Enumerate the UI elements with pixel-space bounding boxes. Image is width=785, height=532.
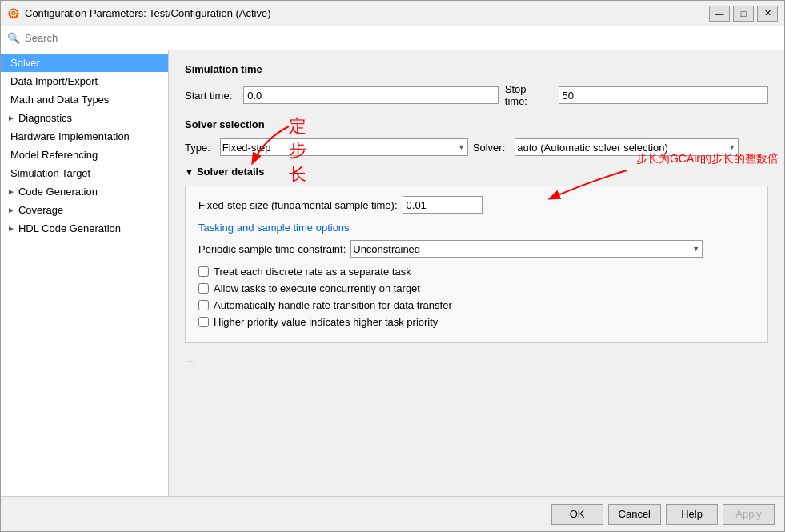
fixed-step-row: Fixed-step size (fundamental sample time… xyxy=(198,196,483,214)
tasking-title: Tasking and sample time options xyxy=(198,222,755,234)
periodic-select-wrapper: Unconstrained Specified xyxy=(350,240,703,258)
solver-select-wrapper: auto (Automatic solver selection) ode1 o… xyxy=(515,138,739,156)
solver-details-label: Solver details xyxy=(197,166,265,178)
start-time-label: Start time: xyxy=(185,90,232,102)
coverage-arrow-icon: ► xyxy=(7,206,15,214)
solver-details-section: ▼ Solver details Fixed-step size (fundam… xyxy=(185,166,768,343)
tasking-section: Tasking and sample time options Periodic… xyxy=(198,222,755,328)
sidebar-label-hdl-code: HDL Code Generation xyxy=(18,222,121,234)
title-bar: ⚙ Configuration Parameters: Test/Configu… xyxy=(1,1,784,26)
type-label: Type: xyxy=(185,142,210,154)
hdl-arrow-icon: ► xyxy=(7,224,15,233)
sidebar-label-sim-target: Simulation Target xyxy=(10,167,90,179)
sidebar: Solver Data Import/Export Math and Data … xyxy=(1,50,169,496)
main-content: Solver Data Import/Export Math and Data … xyxy=(1,50,784,496)
ellipsis-indicator: ... xyxy=(185,353,768,365)
content-panel: Simulation time Start time: Stop time: S… xyxy=(169,50,784,496)
checkbox-row-1: Treat each discrete rate as a separate t… xyxy=(198,266,755,278)
solver-details-block: Fixed-step size (fundamental sample time… xyxy=(185,186,768,343)
sidebar-item-code-gen[interactable]: ► Code Generation xyxy=(1,182,168,201)
type-select[interactable]: Fixed-step Variable-step xyxy=(220,138,468,156)
sidebar-label-data-import: Data Import/Export xyxy=(10,75,98,87)
solver-label: Solver: xyxy=(473,142,505,154)
sidebar-item-hdl-code[interactable]: ► HDL Code Generation xyxy=(1,219,168,238)
periodic-row: Periodic sample time constraint: Unconst… xyxy=(198,240,755,258)
stop-time-input[interactable] xyxy=(559,86,768,104)
bottom-bar: OK Cancel Help Apply xyxy=(1,496,784,531)
sidebar-label-math-data: Math and Data Types xyxy=(10,94,109,106)
type-solver-row: Type: Fixed-step Variable-step Solver: a… xyxy=(185,138,739,156)
ok-button[interactable]: OK xyxy=(551,504,603,525)
checkbox-concurrent[interactable] xyxy=(198,283,209,294)
checkbox-discrete-rate-label: Treat each discrete rate as a separate t… xyxy=(214,266,411,278)
minimize-button[interactable]: — xyxy=(709,6,730,22)
sidebar-item-solver[interactable]: Solver xyxy=(1,54,168,72)
sidebar-label-model-ref: Model Referencing xyxy=(10,149,98,161)
checkbox-priority-label: Higher priority value indicates higher t… xyxy=(214,316,438,328)
sidebar-item-coverage[interactable]: ► Coverage xyxy=(1,201,168,219)
checkbox-row-4: Higher priority value indicates higher t… xyxy=(198,316,755,328)
main-window: ⚙ Configuration Parameters: Test/Configu… xyxy=(0,0,785,532)
simulation-time-title: Simulation time xyxy=(185,63,768,75)
checkbox-row-2: Allow tasks to execute concurrently on t… xyxy=(198,282,755,294)
toggle-arrow-icon: ▼ xyxy=(185,167,194,177)
help-button[interactable]: Help xyxy=(666,504,718,525)
sidebar-label-coverage: Coverage xyxy=(18,204,63,216)
diagnostics-arrow-icon: ► xyxy=(7,114,15,122)
close-button[interactable]: ✕ xyxy=(757,6,778,22)
sidebar-label-hardware: Hardware Implementation xyxy=(10,130,130,142)
sidebar-label-solver: Solver xyxy=(10,57,40,69)
search-icon: 🔍 xyxy=(7,32,20,44)
sidebar-label-diagnostics: Diagnostics xyxy=(18,112,72,124)
search-bar: 🔍 xyxy=(1,26,784,50)
stop-time-label: Stop time: xyxy=(505,83,549,107)
window-controls: — □ ✕ xyxy=(709,6,778,22)
checkbox-concurrent-label: Allow tasks to execute concurrently on t… xyxy=(214,282,420,294)
cancel-button[interactable]: Cancel xyxy=(608,504,661,525)
svg-text:⚙: ⚙ xyxy=(9,8,18,19)
search-input[interactable] xyxy=(25,32,778,44)
sidebar-item-sim-target[interactable]: Simulation Target xyxy=(1,164,168,182)
solver-select[interactable]: auto (Automatic solver selection) ode1 o… xyxy=(515,138,739,156)
maximize-button[interactable]: □ xyxy=(733,6,754,22)
sidebar-item-model-ref[interactable]: Model Referencing xyxy=(1,146,168,164)
simulation-time-section: Simulation time Start time: Stop time: xyxy=(185,63,768,107)
code-gen-arrow-icon: ► xyxy=(7,187,15,196)
periodic-label: Periodic sample time constraint: xyxy=(198,243,346,255)
solver-selection-section: Solver selection Type: Fixed-step Variab… xyxy=(185,118,768,156)
sidebar-item-data-import[interactable]: Data Import/Export xyxy=(1,72,168,90)
checkbox-row-3: Automatically handle rate transition for… xyxy=(198,299,755,311)
checkbox-priority[interactable] xyxy=(198,317,209,327)
sidebar-item-math-data[interactable]: Math and Data Types xyxy=(1,90,168,109)
sidebar-item-hardware[interactable]: Hardware Implementation xyxy=(1,127,168,146)
checkbox-rate-transition-label: Automatically handle rate transition for… xyxy=(214,299,452,311)
sidebar-label-code-gen: Code Generation xyxy=(18,186,98,198)
fixed-step-label: Fixed-step size (fundamental sample time… xyxy=(198,199,398,211)
window-title: Configuration Parameters: Test/Configura… xyxy=(25,7,709,19)
solver-selection-title: Solver selection xyxy=(185,118,768,130)
apply-button[interactable]: Apply xyxy=(723,504,775,525)
solver-details-toggle[interactable]: ▼ Solver details xyxy=(185,166,768,178)
simulation-time-row: Start time: Stop time: xyxy=(185,83,768,107)
sidebar-item-diagnostics[interactable]: ► Diagnostics xyxy=(1,109,168,127)
fixed-step-input[interactable] xyxy=(403,196,483,214)
start-time-input[interactable] xyxy=(243,86,499,104)
app-icon: ⚙ xyxy=(7,7,20,20)
checkbox-discrete-rate[interactable] xyxy=(198,266,209,277)
checkbox-rate-transition[interactable] xyxy=(198,300,209,310)
periodic-select[interactable]: Unconstrained Specified xyxy=(350,240,703,258)
type-select-wrapper: Fixed-step Variable-step xyxy=(220,138,468,156)
